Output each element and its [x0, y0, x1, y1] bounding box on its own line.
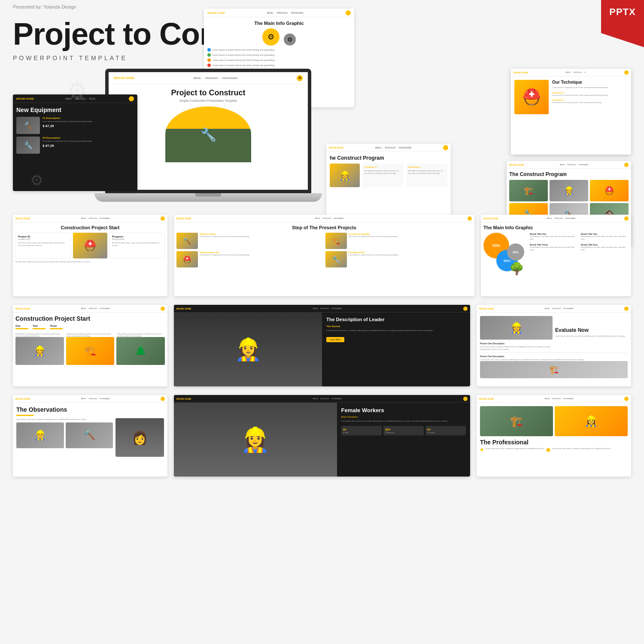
sp-img-3: ⛑️ [176, 251, 198, 267]
laptop-base [94, 193, 322, 202]
sp-item-2: 🏗️ Construction Quality Lorem Ipsum is s… [325, 233, 472, 249]
obs-bar [16, 415, 33, 416]
bottom-row-3: BRAND NAME MENU PROFILES PROGRAMS The Ob… [13, 395, 631, 477]
cs2-slide: BRAND NAME MENU PROFILES PROGRAMS Constr… [13, 305, 167, 386]
sp-img-2: 🏗️ [325, 233, 347, 249]
sp-item-4: 🔧 Final Main Point Lorem Ipsum is simply… [325, 251, 472, 267]
pro-img-1: 🏗️ [480, 406, 553, 436]
leader-image: 👷‍♀️ [174, 313, 322, 386]
construct-program-slide: BRAND NAME MENU PROFILES PROGRAMS he Con… [326, 144, 451, 217]
desc-leader-slide: BRAND NAME MENU PROFILES PROGRAMS 👷‍♀️ T… [174, 305, 470, 386]
learn-more-btn[interactable]: Learn More [326, 337, 344, 342]
cp-img-1: 👷 [330, 164, 360, 187]
circle-gray: 53% [507, 243, 524, 261]
female-workers-slide: BRAND NAME MENU PROFILES PROGRAMS 👷‍♀️ F… [174, 395, 470, 477]
pro-box-1 [547, 448, 550, 452]
new-equipment-slide: BRAND NAME MENU PROFILES PROG... New Equ… [13, 94, 137, 191]
evaluate-slide: BRAND NAME MENU PROFILES PROGRAMS 👷 Pict… [477, 305, 631, 386]
corp-img-1: 🏗️ [509, 180, 548, 201]
dot-4 [207, 64, 211, 67]
corp-img-2: 👷 [550, 180, 588, 201]
settings-icon [346, 10, 351, 15]
corp-img-3: ⛑️ [590, 180, 629, 201]
header-settings-icon: ⚙ [297, 75, 303, 81]
evaluate-img-2: 🏗️ [480, 361, 628, 378]
corp-icon [624, 163, 629, 167]
sp-img-4: 🔧 [325, 251, 347, 267]
presented-by: Presented by: Yolanda Design [13, 4, 76, 9]
bottom-row-2: BRAND NAME MENU PROFILES PROGRAMS Constr… [13, 305, 631, 386]
dot-3 [207, 58, 211, 62]
cs2-img-3: 🌲 [116, 337, 165, 365]
dot-2 [207, 53, 211, 57]
cs-img: ⛑️ [73, 233, 107, 258]
female-worker-image: 👷‍♀️ [174, 403, 337, 477]
pro-img-2: 👷‍♀️ [555, 406, 628, 436]
obs-img-2: 🔨 [66, 422, 113, 448]
evaluate-img-1: 👷 [480, 316, 553, 340]
helmet-image: ⛑️ [514, 80, 549, 114]
sp-item-3: ⛑️ Safety Number One Lorem Ipsum is simp… [176, 251, 323, 267]
infographic-circles: 53% 53% 53% 🌳 [483, 233, 526, 276]
equipment-img-2: 🔧 [16, 137, 40, 154]
obs-side-img: 👩 [115, 418, 164, 457]
dot-1 [207, 48, 211, 52]
sp-item-1: 🔨 Maximum Items Lorem Ipsum is simply du… [176, 233, 323, 249]
obs-img-1: 👷‍♂️ [16, 422, 64, 448]
bottom-row-1: BRAND NAME MENU PROFILES PROGRAMS Constr… [13, 215, 631, 296]
hero-image: 🔧 [165, 106, 251, 162]
step-projects-slide: BRAND NAME MENU PROFILES PROGRAMS Step o… [174, 215, 474, 296]
cs2-img-2: 🏗️ [66, 337, 115, 365]
pptx-badge: PPTX [601, 0, 644, 47]
our-technique-slide: BRAND NAME MENU PROFILES P... ⛑️ Our Tec… [511, 69, 631, 155]
pro-icon-1: ✱ [480, 447, 483, 452]
sp-img-1: 🔨 [176, 233, 198, 249]
construction-start-slide: BRAND NAME MENU PROFILES PROGRAMS Constr… [13, 215, 167, 296]
ne-icon [129, 96, 134, 101]
tree-icon: 🌳 [509, 261, 524, 276]
cs2-img-1: 👷 [15, 337, 64, 365]
gear-large: ⚙ [262, 28, 279, 46]
observations-slide: BRAND NAME MENU PROFILES PROGRAMS The Ob… [13, 395, 167, 477]
gear-small: ⚙ [284, 33, 296, 46]
sh-settings-icon [624, 70, 629, 75]
equipment-img-1: 🔨 [16, 117, 40, 134]
main-infographic-2-slide: BRAND NAME MENU PROFILES PROGRAMS The Ma… [481, 215, 631, 296]
slide-header: BRAND NAME MENU PROFILES PROGRAMS ⚙ [109, 72, 308, 84]
professional-slide: BRAND NAME MENU PROFILES PROGRAMS 🏗️ 👷‍♀… [477, 395, 631, 477]
cp-icon [443, 145, 448, 150]
